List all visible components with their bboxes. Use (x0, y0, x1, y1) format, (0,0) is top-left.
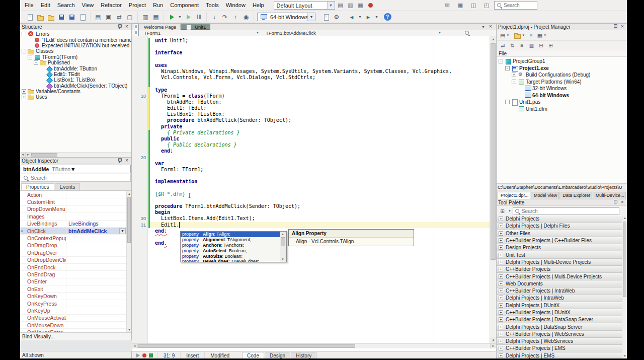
chevron-down-icon[interactable]: ▼ (436, 31, 444, 34)
palette-category[interactable]: +Delphi Projects | IntraWeb (497, 295, 622, 302)
collapse-icon[interactable]: - (28, 55, 32, 59)
palette-category[interactable]: +C++Builder Projects | C++Builder Files (497, 237, 622, 244)
code-line[interactable] (132, 81, 496, 87)
structure-item[interactable]: btnAddMe: TButton (20, 65, 131, 71)
global-search-input[interactable] (504, 3, 535, 8)
macro-stop-icon[interactable] (149, 353, 153, 357)
chevron-down-icon[interactable]: ▼ (327, 2, 335, 9)
palette-category[interactable]: +C++Builder Projects (497, 266, 622, 273)
collapse-icon[interactable]: - (505, 66, 510, 70)
property-value[interactable] (66, 293, 126, 299)
expand-icon[interactable]: + (499, 325, 503, 329)
project-tree-item[interactable]: 32-bit Windows (497, 85, 627, 92)
code-line[interactable]: 30 ListBox1.Items.Add(Edit1.Text); (132, 215, 496, 222)
code-line[interactable]: 31 Edit1. (132, 222, 496, 228)
layers-icon[interactable]: ▦ (151, 12, 161, 22)
save-desktop-icon[interactable]: ▤ (336, 1, 345, 10)
completion-item[interactable]: propertyAutoSelect: Boolean; (181, 248, 280, 253)
structure-hscrollbar[interactable]: ◄ ► (20, 152, 131, 157)
inspector-row[interactable]: DropDownMenu (20, 206, 126, 213)
scrollbar-thumb[interactable] (623, 222, 626, 297)
property-value[interactable]: btnAddMeClick▼ (66, 228, 126, 234)
inspector-row[interactable]: OnMouseActivate (20, 315, 126, 322)
property-value[interactable] (66, 329, 126, 332)
new-items-icon[interactable] (25, 12, 35, 22)
palette-category[interactable]: +Other Files (497, 230, 622, 237)
palette-category[interactable]: +Delphi Projects (497, 215, 622, 223)
property-value[interactable] (66, 191, 126, 198)
palette-category[interactable]: +C++Builder Projects | DUnitX (497, 309, 622, 316)
macro-play-icon[interactable] (136, 353, 140, 357)
inspector-row[interactable]: OnKeyDown (20, 293, 126, 300)
completion-item[interactable]: propertyAutoSize: Boolean; (181, 253, 280, 259)
project-tree-item[interactable]: -ProjectGroup1 (497, 58, 627, 65)
scrollbar-thumb[interactable] (138, 344, 355, 348)
code-line[interactable]: end; (132, 148, 496, 154)
property-value[interactable] (66, 300, 126, 307)
collapse-icon[interactable]: - (34, 60, 38, 65)
close-icon[interactable]: × (124, 24, 130, 29)
view-selector-button[interactable]: ▦▼ (536, 31, 548, 40)
close-file-icon[interactable] (77, 12, 88, 22)
property-value[interactable] (66, 235, 126, 241)
palette-category[interactable]: +Unit Test (497, 251, 622, 258)
scroll-right-icon[interactable]: ► (490, 344, 496, 348)
dropdown-icon[interactable]: ▼ (119, 228, 126, 234)
code-line[interactable]: Form1: TForm1; (132, 167, 496, 173)
palette-category[interactable]: +C++Builder Projects | DataSnap Server (497, 316, 622, 323)
code-line[interactable]: Vcl.Controls, Vcl.Forms, Vcl.Dialogs, Vc… (132, 75, 496, 81)
completion-item[interactable]: propertyBevelEdges: TBevelEdges; (181, 259, 280, 262)
inspector-row[interactable]: OnMouseEnter (20, 329, 126, 332)
tab-properties[interactable]: Properties (21, 183, 54, 190)
tab-model-view[interactable]: Model View (531, 192, 559, 199)
save-all-icon[interactable] (67, 12, 77, 22)
close-icon[interactable]: × (124, 158, 130, 163)
window-list-icon[interactable]: ▥ (140, 12, 150, 22)
pin-icon[interactable] (613, 24, 618, 30)
completion-scrollbar[interactable]: ▲ ▼ (280, 232, 286, 262)
expand-icon[interactable]: + (499, 253, 503, 257)
expand-icon[interactable]: + (22, 89, 26, 94)
code-line[interactable]: implementation (132, 179, 496, 185)
close-icon[interactable]: × (619, 24, 625, 29)
inspector-row[interactable]: OnMouseDown (20, 322, 126, 329)
expand-icon[interactable]: + (499, 267, 503, 271)
property-value[interactable] (66, 285, 126, 292)
palette-scrollbar[interactable]: ▲ ▼ (622, 215, 627, 358)
scroll-up-icon[interactable]: ▲ (127, 191, 132, 196)
project-options-icon[interactable] (321, 12, 331, 22)
project-tree-item[interactable]: -Unit1.pas (497, 99, 627, 106)
code-line[interactable]: btnAddMe: TButton; (132, 99, 496, 105)
expand-icon[interactable]: + (499, 217, 503, 221)
inspector-row[interactable]: Images (20, 213, 126, 220)
inspector-row[interactable]: OnDropDownClick (20, 257, 126, 264)
code-line[interactable]: procedure btnAddMeClick(Sender: TObject)… (132, 117, 496, 123)
completion-item[interactable]: propertyAlign: TAlign; (181, 232, 280, 237)
inspector-row[interactable]: OnEnter (20, 278, 126, 285)
editor-tab-welcome-page[interactable]: Welcome Page (140, 24, 181, 30)
inspector-scrollbar[interactable]: ▲ ▼ (126, 191, 131, 332)
code-line[interactable]: procedure TForm1.btnAddMeClick(Sender: T… (132, 203, 496, 209)
project-tree-item[interactable]: Unit1.dfm (497, 106, 627, 113)
project-tree-item[interactable]: +Build Configurations (Debug) (497, 71, 627, 79)
property-value[interactable] (66, 264, 126, 270)
expand-icon[interactable]: + (22, 95, 26, 99)
scroll-left-icon[interactable]: ◄ (20, 153, 26, 157)
tab-project1-dpr-[interactable]: Project1.dpr... (498, 192, 530, 199)
editor-vscrollbar[interactable]: ▲ ▼ (490, 36, 496, 343)
palette-category[interactable]: +C++Builder Projects | IntraWeb (497, 287, 622, 295)
inspector-row[interactable]: OnDragOver (20, 249, 126, 256)
palette-category[interactable]: +C++Builder Projects | EMS (497, 345, 622, 352)
structure-item[interactable]: +Uses (20, 94, 131, 100)
inspector-row[interactable]: OnContextPopup (20, 235, 126, 242)
view-form-icon[interactable]: ▣ (104, 12, 114, 22)
navigate-forward-icon[interactable]: ► (363, 12, 373, 22)
expand-icon[interactable]: + (499, 303, 503, 308)
inspector-row[interactable]: OnKeyPress (20, 300, 126, 307)
property-value[interactable] (66, 307, 126, 314)
property-value[interactable] (66, 271, 126, 277)
code-line[interactable]: Edit1: TEdit; (132, 105, 496, 111)
close-icon[interactable]: × (619, 200, 625, 205)
code-line[interactable]: 10 TForm1 = class(TForm) (132, 93, 496, 99)
project-tree-item[interactable]: 64-bit Windows (497, 92, 627, 99)
